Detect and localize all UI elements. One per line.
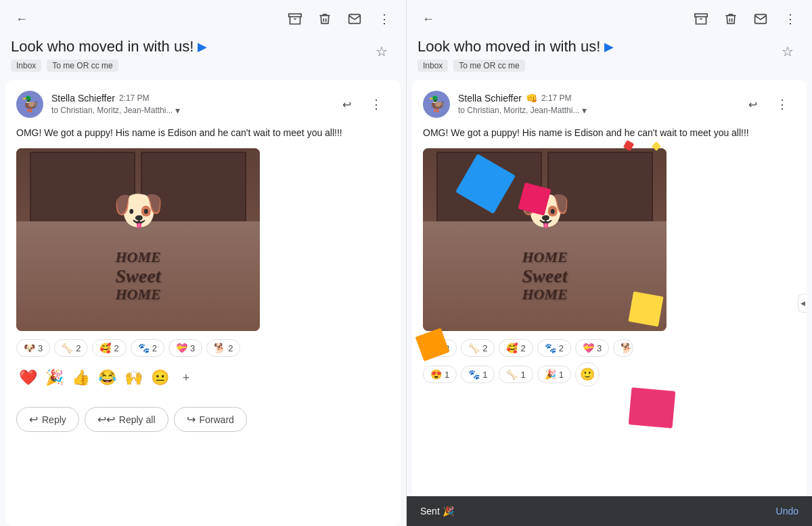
right-more-button[interactable]: ⋮ [777,5,804,32]
sender-details: Stella Schieffer 2:17 PM to Christian, M… [51,93,333,116]
door-mat: HOMESweetHOME [16,221,260,331]
delete-button[interactable] [311,5,338,32]
sender-fist-emoji: 👊 [526,93,537,104]
recipients: to Christian, Moritz, Jean-Matthi... ▾ [51,105,333,116]
reply-buttons: ↩ Reply ↩↩ Reply all ↪ Forward [16,401,390,437]
archive-button[interactable] [281,5,309,32]
reaction-chip[interactable]: 🦴2 [54,339,88,357]
more-button[interactable]: ⋮ [371,5,398,32]
right-reactions-row2: 😍1🐾1🦴1🎉1🙂 [423,362,796,387]
right-panel: ← ⋮ Look who moved in with us! ▶ [406,0,812,526]
right-tag-tome: To me OR cc me [453,60,524,72]
right-message-actions: ↩ ⋮ [739,91,796,118]
back-button[interactable]: ← [8,5,35,32]
right-sender-details: Stella Schieffer 👊 2:17 PM to Christian,… [458,93,739,116]
message-container: 🦆 Stella Schieffer 2:17 PM to Christian,… [5,80,401,526]
message-header: 🦆 Stella Schieffer 2:17 PM to Christian,… [16,91,390,118]
quick-emoji-button[interactable]: 😂 [95,366,119,389]
right-back-button[interactable]: ← [415,5,442,32]
emoji-picker-row: ❤️🎉👍😂🙌😐+ [16,362,390,393]
forward-icon: ↪ [187,413,196,426]
svg-rect-0 [289,14,301,17]
confetti-yellow [628,291,663,326]
subject-title: Look who moved in with us! ▶ [11,38,368,56]
right-subject-label-icon: ▶ [604,39,614,54]
right-message-more-button[interactable]: ⋮ [769,91,796,118]
right-email-image: HOMESweetHOME 🐶 [423,148,667,331]
tag-inbox: Inbox [11,60,41,72]
right-star-button[interactable]: ☆ [774,38,801,65]
dog-image: 🐶 [113,190,164,231]
quick-emoji-button[interactable]: 😐 [148,366,172,389]
right-recipients: to Christian, Moritz, Jean-Matthi... ▾ [458,105,739,116]
subject-area: Look who moved in with us! ▶ Inbox To me… [0,38,406,80]
subject-tags: Inbox To me OR cc me [11,60,368,72]
snackbar: Sent 🎉 Undo [407,496,812,526]
right-expand-recipients-button[interactable]: ▾ [582,105,587,116]
right-sender-name: Stella Schieffer [458,93,522,104]
right-send-time: 2:17 PM [541,93,572,103]
star-button[interactable]: ☆ [368,38,395,65]
right-reaction-chip-row2[interactable]: 😍1 [423,366,457,383]
right-reaction-chip[interactable]: 🦴2 [461,339,495,357]
right-reaction-chip[interactable]: 🐾2 [537,339,571,357]
right-avatar: 🦆 [423,91,450,118]
reply-all-icon: ↩↩ [97,413,115,426]
mark-button[interactable] [341,5,368,32]
right-message-container: 🦆 Stella Schieffer 👊 2:17 PM to Christia… [412,80,807,526]
quick-emoji-button[interactable]: 🎉 [43,366,66,389]
reply-all-button[interactable]: ↩↩ Reply all [85,407,168,432]
right-reply-quick-button[interactable]: ↩ [739,91,766,118]
sender-name: Stella Schieffer [51,93,115,104]
right-reaction-chip-row2[interactable]: 🐾1 [461,366,495,383]
forward-button[interactable]: ↪ Forward [174,407,247,432]
right-reaction-chip-row2[interactable]: 🦴1 [499,366,533,383]
right-subject-area: Look who moved in with us! ▶ Inbox To me… [407,38,812,80]
quick-emoji-button[interactable]: 🙌 [122,366,145,389]
tag-tome: To me OR cc me [47,60,118,72]
left-toolbar: ← ⋮ [0,0,406,38]
right-toolbar: ← ⋮ [407,0,812,38]
right-message-header: 🦆 Stella Schieffer 👊 2:17 PM to Christia… [423,91,796,118]
right-subject-tags: Inbox To me OR cc me [418,60,774,72]
right-archive-button[interactable] [687,5,715,32]
reaction-chip[interactable]: 🐾2 [131,339,164,357]
left-panel: ← ⋮ Look who moved in with us! ▶ [0,0,406,526]
right-reaction-chip-partial[interactable]: 🐕 [613,339,633,357]
right-mark-button[interactable] [747,5,774,32]
reaction-chip[interactable]: 🐶3 [16,339,50,357]
reply-quick-button[interactable]: ↩ [333,91,360,118]
sender-info: 🦆 Stella Schieffer 2:17 PM to Christian,… [16,91,333,118]
reaction-chip[interactable]: 🐕2 [206,339,240,357]
quick-emoji-button[interactable]: 👍 [69,366,93,389]
collapse-indicator: ◀ [798,294,807,313]
right-reactions-row1: 🐶3🦴2🥰2🐾2💝3🐕 [423,339,796,357]
reply-icon: ↩ [29,413,38,426]
snackbar-message: Sent 🎉 [420,506,454,517]
reactions-row: 🐶3🦴2🥰2🐾2💝3🐕2 [16,339,390,357]
right-sender-info: 🦆 Stella Schieffer 👊 2:17 PM to Christia… [423,91,739,118]
message-actions: ↩ ⋮ [333,91,390,118]
right-reaction-chip-row2[interactable]: 🎉1 [537,366,571,383]
right-reaction-chip[interactable]: 🥰2 [499,339,533,357]
expand-recipients-button[interactable]: ▾ [175,105,180,116]
right-message-body: OMG! We got a puppy! His name is Edison … [423,126,796,140]
message-more-button[interactable]: ⋮ [363,91,390,118]
quick-emoji-button[interactable]: ❤️ [16,366,40,389]
undo-button[interactable]: Undo [776,506,798,517]
add-emoji-button[interactable]: + [175,366,198,389]
reply-button[interactable]: ↩ Reply [16,407,79,432]
reaction-chip[interactable]: 💝3 [168,339,202,357]
confetti-pink-large [629,387,676,428]
smiley-add-button[interactable]: 🙂 [575,362,600,387]
svg-rect-2 [695,14,707,17]
right-delete-button[interactable] [717,5,744,32]
right-tag-inbox: Inbox [418,60,448,72]
right-reaction-chip[interactable]: 💝3 [575,339,609,357]
subject-label-icon: ▶ [198,39,207,54]
reaction-chip[interactable]: 🥰2 [92,339,126,357]
right-image-wrapper: HOMESweetHOME 🐶 [423,148,667,331]
right-subject-title: Look who moved in with us! ▶ [418,38,774,56]
send-time: 2:17 PM [119,93,150,103]
message-body: OMG! We got a puppy! His name is Edison … [16,126,390,140]
